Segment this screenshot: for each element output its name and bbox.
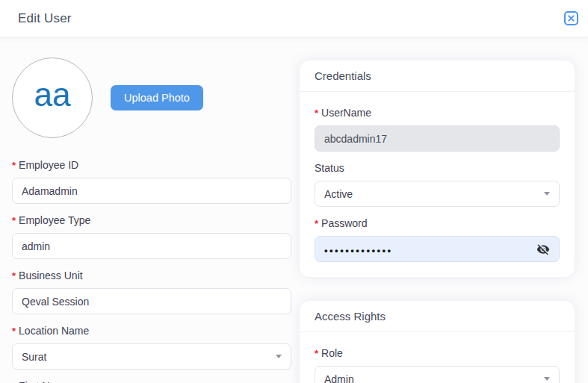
- upload-photo-button[interactable]: Upload Photo: [111, 85, 203, 110]
- chevron-down-icon: [276, 355, 282, 358]
- role-selected-value: Admin: [324, 373, 354, 383]
- field-status: Status Active: [315, 162, 560, 207]
- required-marker: *: [315, 108, 318, 119]
- status-select[interactable]: Active: [315, 181, 560, 207]
- access-rights-card-body: *Role Admin: [300, 332, 575, 383]
- access-rights-card-title: Access Rights: [300, 301, 575, 332]
- field-username: *UserName: [315, 107, 560, 152]
- location-name-label: *Location Name: [12, 325, 291, 337]
- close-icon: [568, 15, 575, 22]
- right-cards-column: Credentials *UserName Status Active: [299, 37, 575, 383]
- edit-user-modal: Edit User aa Upload Photo *Employee ID *…: [0, 0, 588, 383]
- password-label: *Password: [315, 217, 560, 230]
- avatar: aa: [12, 57, 93, 138]
- field-location-name: *Location Name Surat: [12, 325, 291, 370]
- required-marker: *: [12, 160, 16, 171]
- required-marker: *: [315, 218, 318, 229]
- location-name-selected-value: Surat: [22, 351, 46, 363]
- password-input[interactable]: •••••••••••••: [315, 236, 560, 262]
- employee-id-label: *Employee ID: [12, 159, 291, 172]
- close-button[interactable]: [564, 11, 578, 25]
- avatar-row: aa Upload Photo: [12, 57, 291, 139]
- field-first-name: *First Name: [12, 380, 291, 383]
- required-marker: *: [315, 348, 318, 359]
- username-label: *UserName: [315, 107, 560, 119]
- business-unit-input[interactable]: [12, 288, 291, 314]
- username-input: [315, 125, 560, 152]
- modal-header: Edit User: [0, 0, 588, 37]
- required-marker: *: [12, 215, 16, 226]
- status-label: Status: [315, 162, 560, 175]
- password-masked-value: •••••••••••••: [324, 245, 393, 256]
- required-marker: *: [12, 326, 16, 337]
- credentials-card: Credentials *UserName Status Active: [299, 60, 575, 278]
- modal-body: aa Upload Photo *Employee ID *Employee T…: [0, 37, 588, 383]
- field-password: *Password •••••••••••••: [315, 217, 560, 262]
- eye-off-icon: [536, 243, 550, 256]
- credentials-card-body: *UserName Status Active *Password •: [300, 92, 575, 277]
- role-label: *Role: [315, 347, 560, 360]
- chevron-down-icon: [544, 377, 550, 381]
- status-selected-value: Active: [324, 188, 353, 200]
- field-role: *Role Admin: [315, 347, 560, 383]
- avatar-initials: aa: [34, 78, 71, 111]
- employee-id-input[interactable]: [12, 178, 291, 204]
- left-form-column: aa Upload Photo *Employee ID *Employee T…: [12, 37, 291, 383]
- role-select[interactable]: Admin: [315, 366, 560, 383]
- chevron-down-icon: [544, 192, 550, 196]
- page-title: Edit User: [18, 11, 72, 26]
- credentials-card-title: Credentials: [300, 60, 575, 92]
- field-employee-type: *Employee Type: [12, 214, 291, 259]
- employee-type-label: *Employee Type: [12, 214, 291, 227]
- toggle-password-visibility-button[interactable]: [536, 243, 550, 256]
- employee-type-input[interactable]: [12, 233, 291, 259]
- field-employee-id: *Employee ID: [12, 159, 291, 204]
- business-unit-label: *Business Unit: [12, 270, 291, 282]
- field-business-unit: *Business Unit: [12, 270, 291, 314]
- first-name-label: *First Name: [12, 380, 291, 383]
- location-name-select[interactable]: Surat: [12, 343, 291, 370]
- access-rights-card: Access Rights *Role Admin: [299, 300, 575, 383]
- required-marker: *: [12, 270, 16, 281]
